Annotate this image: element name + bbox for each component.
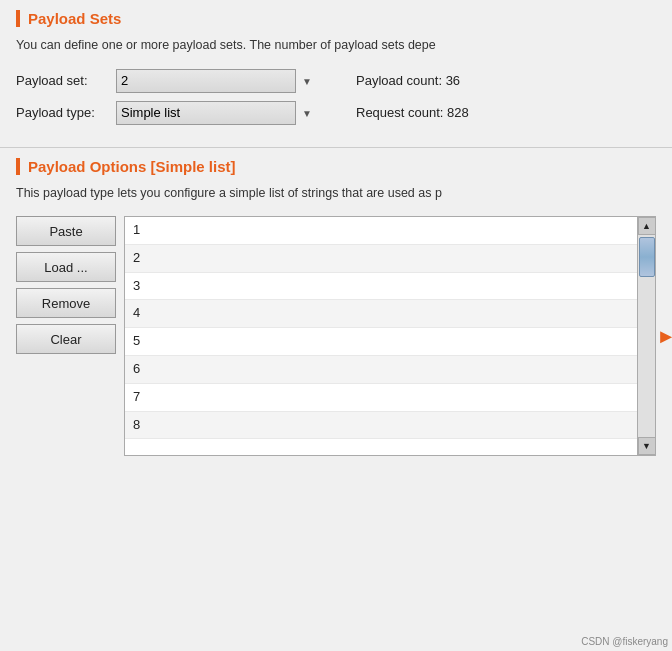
request-count-value: 828 [447,105,469,120]
list-item[interactable]: 6 [125,356,637,384]
payload-set-select[interactable]: 2 1 3 4 [116,69,296,93]
list-item[interactable]: 7 [125,384,637,412]
payload-options-section: Payload Options [Simple list] This paylo… [0,148,672,471]
scrollbar-thumb[interactable] [639,237,655,277]
payload-count-value: 36 [446,73,460,88]
list-item[interactable]: 8 [125,412,637,440]
list-item[interactable]: 3 [125,273,637,301]
scrollbar-up-button[interactable]: ▲ [638,217,656,235]
list-item[interactable]: 5 [125,328,637,356]
list-container: 1 2 3 4 5 6 7 8 ▲ ▼ [124,216,656,456]
list-area: Paste Load ... Remove Clear 1 2 3 4 5 6 … [16,216,656,456]
payload-count-info: Payload count: 36 [356,73,460,88]
payload-options-description: This payload type lets you configure a s… [16,185,656,203]
list-with-arrow: 1 2 3 4 5 6 7 8 ▲ ▼ ► [124,216,656,456]
payload-count-label: Payload count: [356,73,442,88]
payload-set-select-wrapper[interactable]: 2 1 3 4 [116,69,316,93]
request-count-info: Request count: 828 [356,105,469,120]
payload-type-row: Payload type: Simple list Runtime file C… [16,101,656,125]
payload-set-label: Payload set: [16,73,116,88]
payload-set-row: Payload set: 2 1 3 4 Payload count: 36 [16,69,656,93]
payload-type-select-wrapper[interactable]: Simple list Runtime file Custom iterator… [116,101,316,125]
remove-button[interactable]: Remove [16,288,116,318]
clear-button[interactable]: Clear [16,324,116,354]
list-item[interactable]: 2 [125,245,637,273]
next-arrow-icon[interactable]: ► [656,325,672,348]
payload-type-select[interactable]: Simple list Runtime file Custom iterator… [116,101,296,125]
payload-options-title: Payload Options [Simple list] [16,158,656,175]
paste-button[interactable]: Paste [16,216,116,246]
load-button[interactable]: Load ... [16,252,116,282]
payload-sets-description: You can define one or more payload sets.… [16,37,656,55]
watermark: CSDN @fiskeryang [581,636,668,647]
request-count-label: Request count: [356,105,443,120]
scrollbar-down-button[interactable]: ▼ [638,437,656,455]
payload-type-label: Payload type: [16,105,116,120]
action-buttons: Paste Load ... Remove Clear [16,216,116,456]
list-item[interactable]: 1 [125,217,637,245]
payload-sets-title: Payload Sets [16,10,656,27]
payload-sets-section: Payload Sets You can define one or more … [0,0,672,148]
scrollbar[interactable]: ▲ ▼ [637,217,655,455]
list-item[interactable]: 4 [125,300,637,328]
list-items[interactable]: 1 2 3 4 5 6 7 8 [125,217,637,455]
